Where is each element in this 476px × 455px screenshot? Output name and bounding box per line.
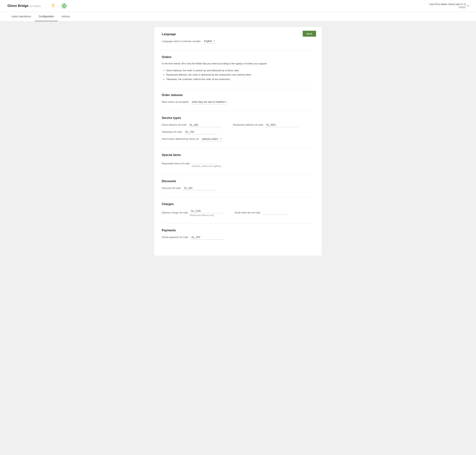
- section-charges: Charges Delivery charge ref code Restaur…: [162, 203, 314, 217]
- app-header: Glovo Bridge by HubRise › Fast Pi: [0, 0, 476, 12]
- language-select-arrow: ▾: [214, 40, 215, 42]
- disposable-items-label: Disposable items ref code: [162, 162, 190, 165]
- disposable-items-row: Disposable items ref code (utensils, str…: [162, 160, 314, 168]
- language-select-wrapper[interactable]: English French Spanish ▾: [203, 39, 216, 43]
- send-orders-select-arrow: ▾: [221, 138, 222, 140]
- online-payment-row: Online payment ref code: [162, 235, 314, 239]
- small-order-fee-input[interactable]: [262, 211, 288, 215]
- disposable-input-group: (utensils, straws and napkins): [192, 160, 221, 168]
- hubrise-icon: [50, 3, 56, 9]
- connector-arrow: ›: [58, 4, 59, 8]
- brand-by-text: by HubRise: [29, 5, 41, 8]
- section-orders: Orders In the form below, fill in only t…: [162, 56, 314, 81]
- store-name-text: Fast Pizza Baker Street (wbv7z-1): [429, 3, 466, 6]
- language-select[interactable]: English French Spanish: [204, 40, 213, 42]
- takeaway-input[interactable]: [184, 130, 218, 134]
- mark-orders-row: Mark orders as Accepted when they are se…: [162, 100, 314, 104]
- tab-actions[interactable]: Actions: [58, 12, 74, 21]
- divider-2: [162, 88, 314, 88]
- header-left: Glovo Bridge by HubRise ›: [8, 2, 68, 10]
- delivery-charge-label: Delivery charge ref code: [162, 211, 188, 214]
- small-order-fee-group: Small order fee ref code: [234, 209, 288, 217]
- svg-point-7: [63, 5, 65, 7]
- save-button[interactable]: Save: [303, 31, 316, 37]
- glovo-delivery-label: Glovo delivery ref code: [162, 123, 186, 126]
- orders-description: In the form below, fill in only the fiel…: [162, 62, 314, 66]
- delivery-charge-input-group: Restaurant delivery only.: [190, 209, 223, 217]
- orders-section-title: Orders: [162, 56, 314, 59]
- divider-3: [162, 111, 314, 111]
- divider-7: [162, 223, 314, 224]
- glovo-delivery-input[interactable]: [188, 123, 222, 127]
- send-orders-select-wrapper[interactable]: delivery orders collection orders ▾: [201, 137, 223, 141]
- tab-latest-operations[interactable]: Latest operations: [8, 12, 35, 21]
- language-label: Language used in customer receipts: [162, 40, 201, 43]
- brand-name-text: Glovo Bridge: [8, 4, 28, 8]
- restaurant-delivery-label: Restaurant delivery ref code: [233, 123, 263, 126]
- online-payment-input[interactable]: [190, 235, 224, 239]
- takeaway-label: Takeaway ref code: [162, 130, 182, 133]
- tab-configuration[interactable]: Configuration: [35, 12, 58, 21]
- store-info: Fast Pizza Baker Street (wbv7z-1) 000001: [429, 3, 466, 9]
- send-orders-select[interactable]: delivery orders collection orders: [202, 138, 220, 140]
- small-order-fee-label: Small order fee ref code: [234, 211, 260, 214]
- discount-ref-row: Discount ref code: [162, 186, 314, 190]
- main-nav: Latest operations Configuration Actions: [0, 12, 476, 21]
- main-content: Save Language Language used in customer …: [154, 27, 322, 255]
- mark-orders-label: Mark orders as Accepted: [162, 100, 189, 103]
- svg-point-2: [53, 4, 54, 6]
- divider-1: [162, 50, 314, 50]
- disposable-items-input[interactable]: [192, 160, 218, 164]
- send-orders-row: Send orders delivered by Glovo as delive…: [162, 137, 314, 141]
- orders-list-item-2: Restaurant delivery: the order is delive…: [166, 73, 314, 77]
- language-field-row: Language used in customer receipts Engli…: [162, 39, 314, 43]
- delivery-charge-hint: Restaurant delivery only.: [190, 214, 223, 217]
- discounts-title: Discounts: [162, 179, 314, 183]
- disposable-items-hint: (utensils, straws and napkins): [192, 165, 221, 168]
- takeaway-row: Takeaway ref code: [162, 130, 314, 134]
- section-special-items: Special items Disposable items ref code …: [162, 153, 314, 168]
- mark-orders-select-wrapper[interactable]: when they are sent to HubRise immediatel…: [191, 100, 228, 104]
- section-payments: Payments Online payment ref code: [162, 229, 314, 239]
- special-items-title: Special items: [162, 153, 314, 157]
- discount-ref-label: Discount ref code: [162, 187, 181, 189]
- glovo-delivery-group: Glovo delivery ref code: [162, 123, 222, 127]
- section-order-statuses: Order statuses Mark orders as Accepted w…: [162, 93, 314, 104]
- service-types-row-1: Glovo delivery ref code Restaurant deliv…: [162, 123, 314, 127]
- store-id-text: 000001: [429, 6, 466, 9]
- mark-orders-select[interactable]: when they are sent to HubRise immediatel…: [192, 100, 225, 103]
- store-dropdown-icon: ▾: [468, 4, 468, 7]
- mark-orders-select-arrow: ▾: [226, 101, 227, 103]
- service-types-title: Service types: [162, 116, 314, 120]
- send-orders-label: Send orders delivered by Glovo as: [162, 138, 199, 140]
- section-service-types: Service types Glovo delivery ref code Re…: [162, 116, 314, 141]
- section-language: Language Language used in customer recei…: [162, 32, 314, 43]
- charges-row-1: Delivery charge ref code Restaurant deli…: [162, 209, 314, 217]
- brand-title: Glovo Bridge by HubRise: [8, 4, 41, 8]
- orders-list: Glovo delivery: the order is picked up a…: [162, 68, 314, 81]
- language-section-title: Language: [162, 32, 314, 36]
- charges-title: Charges: [162, 203, 314, 206]
- connector-icons: ›: [50, 2, 68, 10]
- order-statuses-title: Order statuses: [162, 93, 314, 97]
- divider-4: [162, 148, 314, 148]
- divider-5: [162, 174, 314, 174]
- orders-list-item-3: Takeaway: the customer collects the orde…: [166, 77, 314, 81]
- delivery-charge-input[interactable]: [190, 209, 223, 213]
- online-payment-label: Online payment ref code: [162, 236, 188, 239]
- section-discounts: Discounts Discount ref code: [162, 179, 314, 190]
- glovo-icon: [60, 2, 68, 10]
- delivery-charge-field: Delivery charge ref code Restaurant deli…: [162, 209, 223, 217]
- payments-title: Payments: [162, 229, 314, 232]
- restaurant-delivery-input[interactable]: [265, 123, 299, 127]
- orders-list-item-1: Glovo delivery: the order is picked up a…: [166, 68, 314, 73]
- discount-ref-input[interactable]: [183, 186, 216, 190]
- restaurant-delivery-group: Restaurant delivery ref code: [233, 123, 299, 127]
- store-selector[interactable]: Fast Pizza Baker Street (wbv7z-1) 000001…: [429, 3, 468, 9]
- delivery-charge-group: Delivery charge ref code Restaurant deli…: [162, 209, 223, 217]
